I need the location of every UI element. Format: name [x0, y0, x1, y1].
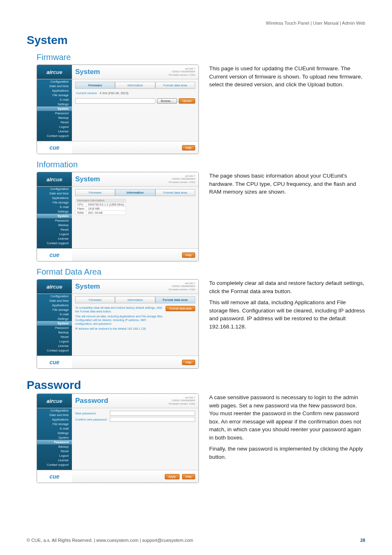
- sidebar-item[interactable]: E-mail: [37, 205, 72, 209]
- sidebar-item[interactable]: Configuration: [37, 408, 72, 413]
- sidebar-item[interactable]: E-mail: [37, 312, 72, 317]
- sidebar-item[interactable]: Logout: [37, 125, 72, 129]
- sidebar-item[interactable]: Date and time: [37, 413, 72, 417]
- format-text: To completely clear all data and restore…: [75, 306, 163, 313]
- sidebar-item[interactable]: E-mail: [37, 97, 72, 102]
- sidebar-item[interactable]: Applications: [37, 196, 72, 200]
- password-description: A case sensitive password is necessary t…: [209, 393, 365, 442]
- sidebar-item[interactable]: Date and time: [37, 298, 72, 303]
- sidebar-item[interactable]: License: [37, 344, 72, 348]
- panel-title: Password: [75, 397, 108, 405]
- apply-button[interactable]: Apply: [165, 474, 180, 479]
- sidebar-item-system[interactable]: System: [37, 106, 72, 111]
- format-text: IP address will be restored to the defau…: [75, 327, 163, 331]
- new-password-label: New password:: [75, 412, 108, 415]
- sidebar-item-system[interactable]: System: [37, 321, 72, 326]
- tab-firmware[interactable]: Firmware: [75, 82, 115, 89]
- upload-button[interactable]: Upload: [179, 98, 195, 104]
- sidebar-item[interactable]: System: [37, 435, 72, 440]
- sidebar-item[interactable]: Contact support: [37, 462, 72, 467]
- sidebar-item[interactable]: Settings: [37, 209, 72, 214]
- sidebar-item[interactable]: Backup: [37, 444, 72, 449]
- sidebar-item-system[interactable]: System: [37, 214, 72, 218]
- sidebar-item[interactable]: Logout: [37, 339, 72, 344]
- logo-cue: cue: [37, 249, 72, 261]
- sidebar-item[interactable]: File storage: [37, 422, 72, 426]
- sidebar-item[interactable]: Backup: [37, 223, 72, 227]
- tab-format[interactable]: Format data area: [155, 296, 195, 303]
- sidebar-item[interactable]: Backup: [37, 116, 72, 120]
- sidebar-item[interactable]: License: [37, 236, 72, 241]
- format-description: This will remove all data, including App…: [209, 298, 365, 331]
- sidebar-item[interactable]: Logout: [37, 232, 72, 236]
- help-button[interactable]: Help: [182, 252, 195, 258]
- hardware-info-table: Hardware information CPUDM3730 ES 1.2 (1…: [75, 199, 126, 215]
- sidebar-item[interactable]: Reset: [37, 449, 72, 453]
- sidebar: Configuration Date and time Applications…: [37, 187, 72, 248]
- panel-title: System: [75, 282, 100, 291]
- sidebar-item[interactable]: Password: [37, 111, 72, 116]
- tab-firmware[interactable]: Firmware: [75, 189, 115, 196]
- heading-system: System: [27, 34, 365, 47]
- sidebar-item[interactable]: Contact support: [37, 348, 72, 353]
- sidebar-item[interactable]: Settings: [37, 317, 72, 321]
- tab-format[interactable]: Format data area: [155, 189, 195, 196]
- sidebar-item[interactable]: Settings: [37, 431, 72, 435]
- sidebar-item[interactable]: Settings: [37, 102, 72, 106]
- help-button[interactable]: Help: [182, 474, 195, 479]
- sidebar-item[interactable]: Configuration: [37, 294, 72, 298]
- format-data-area-button[interactable]: Format data area: [166, 306, 195, 311]
- sidebar-item[interactable]: Applications: [37, 417, 72, 422]
- logo-aircue: aircue: [37, 394, 72, 408]
- sidebar-item[interactable]: Logout: [37, 453, 72, 458]
- sidebar-item[interactable]: Date and time: [37, 191, 72, 196]
- sidebar-item[interactable]: Applications: [37, 303, 72, 308]
- sidebar-item[interactable]: E-mail: [37, 426, 72, 431]
- subheading-firmware: Firmware: [37, 53, 365, 62]
- help-button[interactable]: Help: [182, 145, 195, 150]
- sidebar-item[interactable]: Password: [37, 218, 72, 223]
- screenshot-information: aircue System airCUE-7CS0317-0020000004F…: [37, 172, 199, 261]
- sidebar-item[interactable]: Configuration: [37, 79, 72, 84]
- sidebar-item[interactable]: Date and time: [37, 84, 72, 88]
- footer-left: © CUE, a.s. All Rights Reserved. | www.c…: [27, 538, 193, 543]
- sidebar-item[interactable]: Configuration: [37, 187, 72, 191]
- sidebar: Configuration Date and time Applications…: [37, 294, 72, 356]
- logo-cue: cue: [37, 470, 72, 483]
- sidebar-item[interactable]: File storage: [37, 308, 72, 312]
- sidebar-item[interactable]: License: [37, 458, 72, 462]
- curver-value: 4.31b (Feb 26, 2013): [100, 91, 129, 95]
- tab-information[interactable]: Information: [115, 296, 155, 303]
- panel-meta: airCUE-7CS0317-0020000004Firmware versio…: [169, 67, 195, 76]
- page-header: Wireless Touch Panel | User Manual | Adm…: [27, 21, 365, 25]
- sidebar-item[interactable]: License: [37, 129, 72, 134]
- file-input[interactable]: [75, 98, 155, 104]
- sidebar-item[interactable]: Reset: [37, 227, 72, 232]
- subheading-information: Information: [37, 160, 365, 169]
- sidebar-item[interactable]: Applications: [37, 88, 72, 93]
- help-button[interactable]: Help: [182, 360, 195, 365]
- sidebar-item[interactable]: Reset: [37, 335, 72, 339]
- sidebar-item[interactable]: Contact support: [37, 241, 72, 245]
- screenshot-format: aircue System airCUE-7CS0317-0020000004F…: [37, 279, 199, 369]
- new-password-input[interactable]: [110, 411, 195, 416]
- tab-format[interactable]: Format data area: [155, 82, 195, 89]
- sidebar-item[interactable]: Contact support: [37, 134, 72, 138]
- sidebar-item[interactable]: Password: [37, 326, 72, 330]
- tab-information[interactable]: Information: [115, 189, 155, 196]
- tab-information[interactable]: Information: [115, 82, 155, 89]
- firmware-description: This page is used for updating the CUEun…: [209, 65, 365, 89]
- sidebar-item[interactable]: File storage: [37, 93, 72, 97]
- sidebar-item[interactable]: File storage: [37, 200, 72, 205]
- information-description: The page shows basic information about y…: [209, 172, 365, 196]
- browse-button[interactable]: Browse…: [157, 98, 177, 104]
- logo-aircue: aircue: [37, 172, 72, 186]
- sidebar-item-password[interactable]: Password: [37, 440, 72, 444]
- screenshot-password: aircue Password airCUE-7CS0317-002000000…: [37, 393, 199, 483]
- logo-cue: cue: [37, 356, 72, 368]
- confirm-password-input[interactable]: [110, 417, 195, 422]
- password-description: Finally, the new password is implemented…: [209, 445, 365, 461]
- sidebar-item[interactable]: Backup: [37, 330, 72, 335]
- tab-firmware[interactable]: Firmware: [75, 296, 115, 303]
- sidebar-item[interactable]: Reset: [37, 120, 72, 125]
